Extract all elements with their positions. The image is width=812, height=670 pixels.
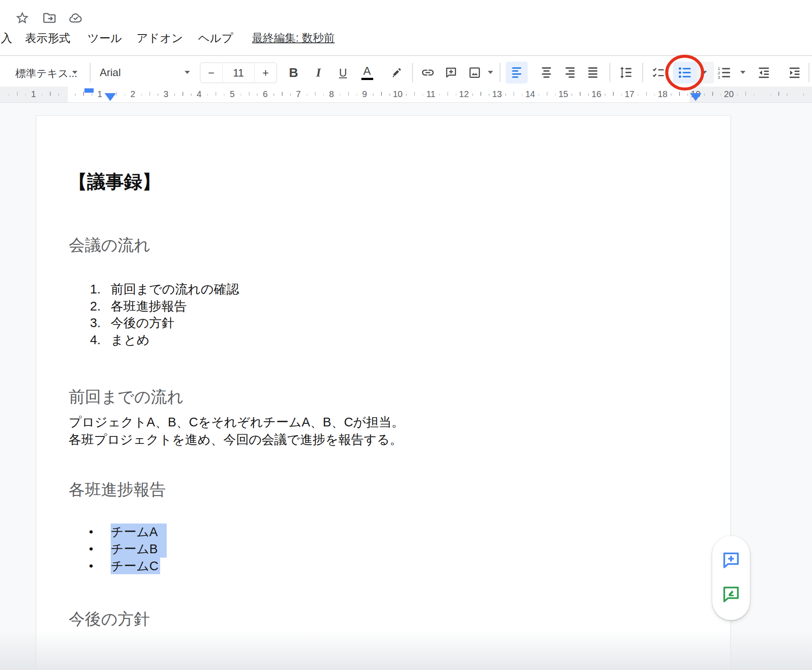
chevron-down-icon[interactable] bbox=[740, 71, 746, 74]
ruler-tick bbox=[687, 94, 688, 96]
list-item[interactable]: ●チームC bbox=[0, 558, 700, 575]
menu-insert-partial[interactable]: 入 bbox=[1, 31, 12, 46]
increase-indent-button[interactable] bbox=[784, 62, 805, 83]
ruler-tick bbox=[207, 94, 208, 96]
ruler-tick bbox=[787, 94, 788, 96]
ruler-tick bbox=[472, 94, 473, 96]
move-folder-icon[interactable] bbox=[42, 10, 57, 25]
ruler-tick bbox=[654, 94, 655, 96]
decrease-font-size-button[interactable]: − bbox=[200, 63, 222, 83]
right-indent-marker[interactable] bbox=[690, 93, 701, 101]
ruler-number: 9 bbox=[359, 89, 370, 99]
ruler-tick bbox=[754, 94, 755, 96]
ruler-tick bbox=[514, 92, 514, 96]
chevron-down-icon[interactable] bbox=[72, 71, 77, 74]
list-item-text[interactable]: 今後の方針 bbox=[111, 314, 175, 332]
first-line-indent-marker[interactable] bbox=[84, 88, 94, 93]
list-item[interactable]: 3.今後の方針 bbox=[0, 314, 700, 332]
ruler-tick bbox=[174, 94, 175, 96]
list-item-text[interactable]: まとめ bbox=[111, 332, 150, 349]
heading-policy[interactable]: 今後の方針 bbox=[69, 608, 150, 630]
checklist-button[interactable] bbox=[648, 62, 669, 83]
chevron-down-icon[interactable] bbox=[185, 71, 190, 74]
toolbar-divider bbox=[642, 63, 643, 82]
team-bulleted-list[interactable]: ●チームA●チームB●チームC bbox=[0, 523, 700, 574]
text-color-letter: A bbox=[363, 65, 371, 77]
doc-title[interactable]: 【議事録】 bbox=[69, 170, 161, 194]
star-icon[interactable] bbox=[15, 10, 30, 25]
italic-button[interactable]: I bbox=[308, 62, 329, 83]
ruler-tick bbox=[737, 94, 738, 96]
font-size-input[interactable]: 11 bbox=[222, 63, 255, 83]
cloud-check-icon[interactable] bbox=[68, 10, 83, 25]
selected-list-item-text[interactable]: チームA bbox=[111, 523, 167, 541]
list-item[interactable]: 2.各班進捗報告 bbox=[0, 298, 700, 315]
add-comment-floating-button[interactable] bbox=[721, 551, 741, 570]
list-item[interactable]: ●チームB bbox=[0, 541, 700, 558]
line-spacing-button[interactable] bbox=[615, 62, 636, 83]
paragraph-style-dropdown[interactable]: 標準テキス... bbox=[15, 66, 77, 80]
last-edit-link[interactable]: 最終編集: 数秒前 bbox=[252, 31, 335, 45]
heading-progress[interactable]: 各班進捗報告 bbox=[69, 479, 166, 501]
bulleted-list-button[interactable] bbox=[674, 62, 695, 83]
ruler-tick bbox=[381, 92, 382, 96]
list-item-text[interactable]: 前回までの流れの確認 bbox=[111, 281, 239, 298]
side-action-pill bbox=[712, 536, 750, 620]
ruler-tick bbox=[456, 94, 457, 96]
ruler-tick bbox=[75, 94, 76, 96]
align-justify-button[interactable] bbox=[582, 62, 603, 83]
menu-help[interactable]: ヘルプ bbox=[198, 31, 233, 46]
paragraph-line[interactable]: プロジェクトA、B、CをそれぞれチームA、B、Cが担当。 bbox=[69, 414, 404, 431]
chevron-down-icon[interactable] bbox=[488, 71, 493, 74]
ruler-tick bbox=[340, 94, 341, 96]
heading-previous[interactable]: 前回までの流れ bbox=[69, 386, 183, 408]
ruler-tick bbox=[770, 94, 771, 96]
align-left-button[interactable] bbox=[506, 62, 527, 83]
decrease-indent-button[interactable] bbox=[753, 62, 774, 83]
align-center-button[interactable] bbox=[536, 62, 557, 83]
font-size-control: − 11 + bbox=[200, 63, 277, 83]
list-number: 1. bbox=[83, 281, 101, 298]
list-item-text[interactable]: 各班進捗報告 bbox=[111, 298, 187, 315]
menu-tools[interactable]: ツール bbox=[88, 31, 122, 46]
ruler-tick bbox=[746, 92, 746, 96]
list-item[interactable]: 1.前回までの流れの確認 bbox=[0, 281, 700, 298]
paragraph-line[interactable]: 各班プロジェクトを進め、今回の会議で進捗を報告する。 bbox=[69, 431, 402, 449]
left-indent-marker[interactable] bbox=[105, 93, 116, 101]
list-item[interactable]: 4.まとめ bbox=[0, 332, 700, 349]
ruler-tick bbox=[571, 94, 572, 96]
ruler-tick bbox=[42, 94, 43, 96]
ruler-tick bbox=[712, 92, 713, 96]
agenda-numbered-list[interactable]: 1.前回までの流れの確認2.各班進捗報告3.今後の方針4.まとめ bbox=[0, 281, 700, 348]
selected-list-item-text[interactable]: チームC bbox=[111, 558, 160, 575]
ruler-tick bbox=[671, 94, 672, 96]
chevron-down-icon[interactable] bbox=[702, 71, 707, 74]
ruler-tick bbox=[216, 92, 217, 96]
ruler-tick bbox=[539, 94, 539, 96]
ruler-number: 14 bbox=[525, 89, 536, 99]
menu-addons[interactable]: アドオン bbox=[136, 31, 183, 46]
text-color-button[interactable]: A bbox=[357, 62, 378, 83]
ruler-tick bbox=[505, 94, 506, 96]
highlight-color-button[interactable] bbox=[386, 62, 407, 83]
insert-image-button[interactable] bbox=[464, 62, 485, 83]
align-right-button[interactable] bbox=[560, 62, 581, 83]
ruler-tick bbox=[141, 94, 142, 96]
list-item[interactable]: ●チームA bbox=[0, 523, 700, 541]
ruler[interactable]: 11234567891011121314151617181920 bbox=[0, 87, 812, 103]
ruler-tick bbox=[414, 92, 415, 96]
numbered-list-button[interactable]: 123 bbox=[714, 62, 735, 83]
menu-format[interactable]: 表示形式 bbox=[25, 31, 70, 46]
ruler-tick bbox=[423, 94, 424, 96]
bold-button[interactable]: B bbox=[283, 62, 304, 83]
bullet-glyph: ● bbox=[89, 541, 93, 558]
ruler-tick bbox=[588, 94, 589, 96]
underline-button[interactable]: U bbox=[332, 62, 354, 83]
add-comment-button[interactable] bbox=[441, 62, 462, 83]
heading-agenda[interactable]: 会議の流れ bbox=[69, 234, 150, 256]
suggest-edits-floating-button[interactable] bbox=[721, 585, 741, 604]
increase-font-size-button[interactable]: + bbox=[255, 63, 276, 83]
selected-list-item-text[interactable]: チームB bbox=[111, 541, 167, 558]
font-dropdown[interactable]: Arial bbox=[100, 66, 121, 79]
insert-link-button[interactable] bbox=[417, 62, 438, 83]
